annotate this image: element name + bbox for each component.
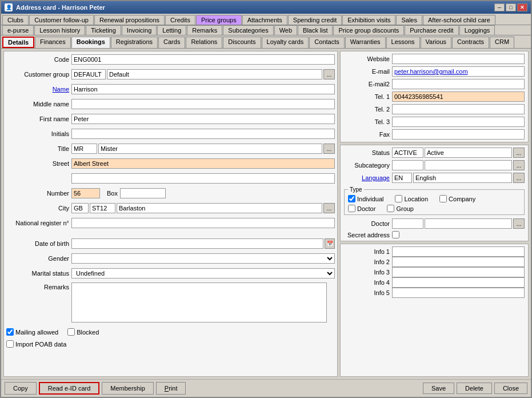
language-browse-button[interactable]: ... [513,173,525,183]
tab-lesson-history[interactable]: Lesson history [34,25,85,35]
tab-finances[interactable]: Finances [35,37,71,48]
blocked-checkbox[interactable] [67,328,75,336]
city-browse-button[interactable]: ... [323,203,335,213]
tab-clubs[interactable]: Clubs [2,15,29,25]
tab-warranties[interactable]: Warranties [345,37,386,48]
fax-input[interactable] [392,129,525,140]
group-checkbox[interactable] [387,205,394,212]
email2-input[interactable] [392,79,525,89]
copy-button[interactable]: Copy [5,382,37,395]
tab-attachments[interactable]: Attachments [242,15,287,25]
initials-input[interactable] [71,129,335,139]
tab-blacklist[interactable]: Black list [298,25,333,35]
city-country-input[interactable] [71,203,89,213]
box-input[interactable] [120,188,166,198]
title-name-input[interactable] [98,144,322,154]
company-checkbox[interactable] [439,195,447,202]
close-window-button[interactable]: ✕ [517,3,527,11]
tab-various[interactable]: Various [421,37,451,48]
remarks-textarea[interactable] [71,282,327,323]
tab-cards[interactable]: Cards [158,37,185,48]
tab-discounts[interactable]: Discounts [223,37,261,48]
secret-address-checkbox[interactable] [392,231,399,238]
info2-input[interactable] [392,257,525,267]
tab-web[interactable]: Web [274,25,297,35]
info3-input[interactable] [392,267,525,277]
tab-renewal-propositions[interactable]: Renewal propositions [94,15,165,25]
website-input[interactable] [392,54,525,64]
read-eid-button[interactable]: Read e-ID card [39,382,100,395]
tab-credits[interactable]: Credits [165,15,195,25]
first-name-input[interactable] [71,114,335,124]
tab-ticketing[interactable]: Ticketing [86,25,121,35]
subcategory-browse-button[interactable]: ... [513,160,525,170]
tab-spending-credit[interactable]: Spending credit [288,15,342,25]
cg-name-input[interactable] [107,69,322,79]
tab-afterschool[interactable]: After-school child care [423,15,495,25]
doctor-name-input[interactable] [425,218,512,229]
status-browse-button[interactable]: ... [513,148,525,158]
tab-customer-followup[interactable]: Customer follow-up [29,15,94,25]
tab-exhibition-visits[interactable]: Exhibition visits [342,15,395,25]
tab-subcategories[interactable]: Subcategories [223,25,273,35]
info4-input[interactable] [392,277,525,288]
tab-contracts[interactable]: Contracts [452,37,489,48]
number-input[interactable] [71,188,100,198]
tab-crm[interactable]: CRM [490,37,514,48]
doctor-code-input[interactable] [392,218,423,229]
tab-lessons[interactable]: Lessons [386,37,420,48]
info5-input[interactable] [392,288,525,298]
maximize-button[interactable]: □ [506,3,516,11]
minimize-button[interactable]: ─ [494,3,505,11]
subcategory-code-input[interactable] [392,160,423,170]
tel3-input[interactable] [392,117,525,127]
doctor-browse-button[interactable]: ... [513,218,525,229]
tab-price-group-discounts[interactable]: Price group discounts [333,25,404,35]
gender-select[interactable]: Male Female [71,253,335,264]
membership-button[interactable]: Membership [102,382,154,395]
info1-input[interactable] [392,246,525,257]
title-browse-button[interactable]: ... [323,144,335,154]
street-input[interactable] [71,158,335,169]
tab-epurse[interactable]: e-purse [2,25,34,35]
save-button[interactable]: Save [423,383,454,394]
cg-code-input[interactable] [71,69,106,79]
language-code-input[interactable] [392,173,412,183]
tab-details[interactable]: Details [2,37,34,48]
title-code-input[interactable] [71,144,97,154]
tab-remarks[interactable]: Remarks [187,25,222,35]
tab-purchase-credit[interactable]: Purchase credit [405,25,458,35]
status-code-input[interactable] [392,148,423,158]
tab-relations[interactable]: Relations [186,37,222,48]
city-code-input[interactable] [90,203,115,213]
middle-name-input[interactable] [71,99,335,109]
language-label[interactable]: Language [344,174,390,181]
calendar-button[interactable]: 📅 [325,238,335,249]
tab-sales[interactable]: Sales [396,15,422,25]
name-input[interactable] [71,84,335,94]
subcategory-name-input[interactable] [425,160,512,170]
print-button[interactable]: Print [156,382,186,395]
tab-loggings[interactable]: Loggings [459,25,495,35]
tab-loyalty-cards[interactable]: Loyalty cards [262,37,309,48]
delete-button[interactable]: Delete [457,383,492,394]
city-name-input[interactable] [117,203,322,213]
close-button[interactable]: Close [494,383,527,394]
name-label[interactable]: Name [6,86,69,93]
tab-invoicing[interactable]: Invoicing [122,25,157,35]
code-input[interactable] [71,54,335,65]
import-poab-checkbox[interactable] [6,340,14,348]
language-name-input[interactable] [413,173,512,183]
individual-checkbox[interactable] [348,195,355,202]
dob-input[interactable] [71,238,323,249]
tab-bookings[interactable]: Bookings [71,37,110,48]
email-input[interactable] [392,66,525,77]
doctor-type-checkbox[interactable] [348,205,355,212]
tab-price-groups[interactable]: Price groups [196,15,242,25]
cg-browse-button[interactable]: ... [323,69,335,79]
marital-select[interactable]: Undefined Single Married Divorced Widowe… [71,268,335,278]
street-input2[interactable] [71,173,335,184]
mailing-allowed-checkbox[interactable] [6,328,14,336]
tab-contacts[interactable]: Contacts [309,37,344,48]
tel1-input[interactable] [392,91,525,102]
